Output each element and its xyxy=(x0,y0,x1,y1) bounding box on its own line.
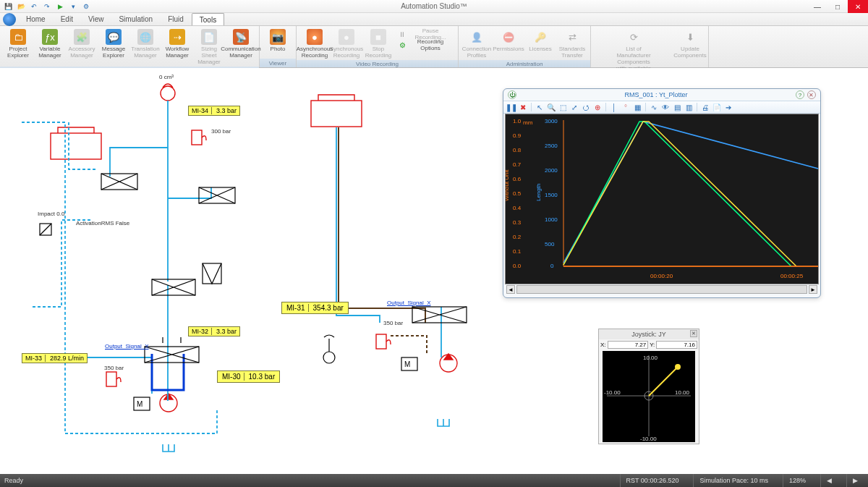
joystick-plot[interactable]: 10.00 -10.00 -10.00 10.00 xyxy=(603,351,695,442)
svg-text:0.8: 0.8 xyxy=(513,147,522,153)
svg-text:M: M xyxy=(137,400,142,408)
tab-edit[interactable]: Edit xyxy=(54,13,81,25)
tag-mi-31[interactable]: MI-31354.3 bar xyxy=(281,302,349,314)
tab-home[interactable]: Home xyxy=(19,13,54,25)
close-button[interactable]: ✕ xyxy=(848,0,868,13)
pt-grid-icon[interactable]: ▦ xyxy=(632,102,642,112)
pt-marker-icon[interactable]: ° xyxy=(621,102,631,112)
sync-recording-button: ●Synchronous Recording xyxy=(331,27,362,60)
pt-zoom-reset-icon[interactable]: ⭯ xyxy=(581,102,591,112)
status-zoom-in-button[interactable]: ▶ xyxy=(846,474,864,487)
svg-line-49 xyxy=(649,367,678,396)
qat-redo-icon[interactable]: ↷ xyxy=(42,1,52,12)
svg-rect-5 xyxy=(106,372,116,386)
plotter-chart[interactable]: Without Unit Length mm 1.00.90.8 0.70.60… xyxy=(505,114,819,284)
tab-view[interactable]: View xyxy=(81,13,112,25)
link-output-signal-b[interactable]: Output_Signal_X xyxy=(387,300,431,306)
pt-target-icon[interactable]: ⊕ xyxy=(592,102,603,112)
plotter-panel[interactable]: ⏻ RMS_001 : Yt_Plotter ? ✕ ❚❚ ✖ ↖ 🔍 ⬚ ⤢ … xyxy=(503,88,821,298)
pt-export-icon[interactable]: 📄 xyxy=(712,102,722,112)
scroll-track[interactable] xyxy=(516,285,807,294)
svg-text:500: 500 xyxy=(545,241,555,247)
accessory-manager-button: 🧩Accessory Manager xyxy=(67,27,97,67)
plotter-scrollbar[interactable]: ◄ ► xyxy=(503,284,820,295)
svg-rect-4 xyxy=(376,334,386,349)
plotter-power-icon[interactable]: ⏻ xyxy=(508,90,516,99)
tag-mi-32[interactable]: MI-323.3 bar xyxy=(188,326,240,336)
communication-manager-button[interactable]: 📡Communication Manager xyxy=(226,27,256,67)
maximize-button[interactable]: □ xyxy=(827,0,848,13)
joystick-title-bar[interactable]: Joystick: JY ✕ xyxy=(599,329,699,339)
joystick-close-button[interactable]: ✕ xyxy=(690,330,697,337)
plotter-help-icon[interactable]: ? xyxy=(796,90,804,99)
tab-fluid[interactable]: Fluid xyxy=(161,13,192,25)
qat-settings-icon[interactable]: ⚙ xyxy=(81,1,91,12)
ribbon-group-viewer: 📷Photo Viewer xyxy=(260,26,297,67)
app-logo-icon[interactable] xyxy=(3,13,16,26)
pt-print-icon[interactable]: 🖨 xyxy=(700,102,710,112)
workflow-manager-button[interactable]: ⇢Workflow Manager xyxy=(162,27,192,67)
pt-zoom-arrow-icon[interactable]: ↖ xyxy=(535,102,545,112)
pt-eye-icon[interactable]: 👁 xyxy=(660,102,671,112)
joystick-title: Joystick: JY xyxy=(631,331,666,338)
message-explorer-button[interactable]: 💬Message Explorer xyxy=(98,27,129,67)
scroll-left-button[interactable]: ◄ xyxy=(506,285,515,294)
tag-mi-30[interactable]: MI-3010.3 bar xyxy=(217,370,280,383)
pt-clear-icon[interactable]: ✖ xyxy=(518,102,528,112)
tag-mi-34[interactable]: MI-343.3 bar xyxy=(188,106,240,116)
joystick-y-value[interactable]: 7.16 xyxy=(656,341,697,349)
svg-text:0.6: 0.6 xyxy=(513,176,522,182)
pt-wave-icon[interactable]: ∿ xyxy=(649,102,659,112)
pt-pause-icon[interactable]: ❚❚ xyxy=(506,102,516,112)
svg-text:0.4: 0.4 xyxy=(513,205,522,211)
status-rst: RST 00:00:26.520 xyxy=(620,474,685,487)
tag-mi-33[interactable]: MI-33282.9 L/min xyxy=(22,353,88,363)
svg-point-2 xyxy=(161,86,175,101)
scroll-right-button[interactable]: ► xyxy=(809,285,817,294)
minimize-button[interactable]: — xyxy=(807,0,827,13)
permissions-button: ⛔Permissions xyxy=(493,27,524,60)
ribbon: 🗀Project Explorer ƒxVariable Manager 🧩Ac… xyxy=(0,26,868,68)
pt-zoom-fit-icon[interactable]: ⤢ xyxy=(569,102,579,112)
async-recording-button[interactable]: ●Asynchronous Recording xyxy=(299,27,330,60)
joystick-panel[interactable]: Joystick: JY ✕ X: 7.27 Y: 7.16 10.00 -10… xyxy=(598,329,699,444)
qat-save-icon[interactable]: 💾 xyxy=(3,1,13,12)
svg-text:M: M xyxy=(404,360,410,368)
pt-zoom-region-icon[interactable]: ⬚ xyxy=(558,102,568,112)
workspace[interactable]: M M 0 cm³ 300 bar 350 bar 350 bar Impact… xyxy=(0,68,868,474)
variable-manager-button[interactable]: ƒxVariable Manager xyxy=(35,27,65,67)
svg-text:mm: mm xyxy=(523,119,533,126)
pt-grid2-icon[interactable]: ▤ xyxy=(672,102,682,112)
photo-button[interactable]: 📷Photo xyxy=(263,27,293,59)
tab-simulation[interactable]: Simulation xyxy=(111,13,161,25)
recording-options-button[interactable]: ⚙Recording Options xyxy=(395,40,455,50)
pt-next-icon[interactable]: ➔ xyxy=(723,102,733,112)
joystick-x-value[interactable]: 7.27 xyxy=(608,341,649,349)
schematic-svg: M M xyxy=(0,68,506,473)
qat-more-icon[interactable]: ▾ xyxy=(68,1,78,12)
pt-cursor-icon[interactable]: │ xyxy=(609,102,619,112)
qat-play-icon[interactable]: ▶ xyxy=(55,1,65,12)
svg-text:Without Unit: Without Unit xyxy=(506,169,510,201)
link-output-signal-a[interactable]: Output_Signal_X xyxy=(105,343,149,350)
label-zero-cm3: 0 cm³ xyxy=(159,74,174,80)
qat-undo-icon[interactable]: ↶ xyxy=(29,1,39,12)
pt-zoom-in-icon[interactable]: 🔍 xyxy=(546,102,556,112)
ribbon-group-update: ⟳List of Manufacturer Components with av… xyxy=(591,26,709,67)
tab-tools[interactable]: Tools xyxy=(192,13,224,25)
joy-axis-xmax: 10.00 xyxy=(675,389,690,396)
svg-rect-19 xyxy=(203,263,221,284)
status-zoom[interactable]: 128% xyxy=(783,474,812,487)
svg-text:1500: 1500 xyxy=(545,192,558,198)
svg-text:1000: 1000 xyxy=(545,216,558,223)
plotter-close-icon[interactable]: ✕ xyxy=(807,90,816,99)
qat-open-icon[interactable]: 📂 xyxy=(16,1,26,12)
quick-access-toolbar: 💾 📂 ↶ ↷ ▶ ▾ ⚙ xyxy=(0,1,91,12)
svg-text:0.2: 0.2 xyxy=(513,234,522,240)
svg-text:0.7: 0.7 xyxy=(513,161,522,168)
label-300bar: 300 bar xyxy=(211,128,231,135)
ribbon-group-admin: 👤Connection Profiles ⛔Permissions 🔑Licen… xyxy=(459,26,591,67)
project-explorer-button[interactable]: 🗀Project Explorer xyxy=(3,27,33,67)
status-zoom-out-button[interactable]: ◀ xyxy=(820,474,838,487)
pt-layers-icon[interactable]: ▥ xyxy=(684,102,694,112)
